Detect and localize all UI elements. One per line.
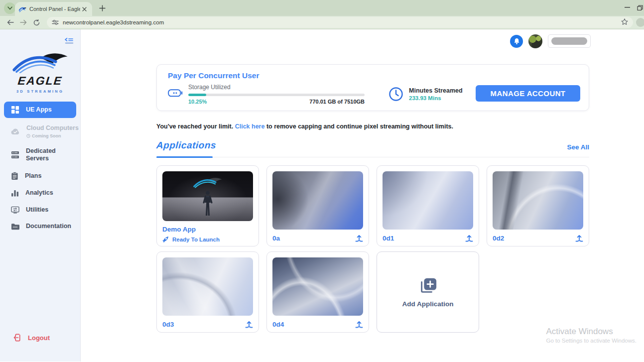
folder-icon bbox=[11, 223, 19, 230]
window-restore-button[interactable] bbox=[637, 0, 644, 15]
upload-button[interactable] bbox=[245, 321, 253, 328]
app-card-0a[interactable]: 0a bbox=[266, 165, 369, 246]
upload-button[interactable] bbox=[575, 235, 583, 242]
eagle-logo-graphic bbox=[11, 50, 69, 73]
clock-small-icon bbox=[26, 134, 30, 138]
minimize-icon bbox=[625, 7, 630, 8]
logout-icon bbox=[13, 334, 22, 342]
app-status[interactable]: Ready To Launch bbox=[162, 236, 253, 242]
bookmark-star-icon[interactable] bbox=[621, 18, 628, 27]
add-application-icon bbox=[417, 276, 438, 295]
browser-toolbar: newcontrolpanel.eagle3dstreaming.com bbox=[0, 16, 644, 29]
minutes-streamed-block: Minutes Streamed 233.93 Mins bbox=[388, 87, 463, 102]
upload-button[interactable] bbox=[355, 235, 363, 242]
cloud-icon bbox=[11, 128, 20, 135]
app-body: EAGLE 3D STREAMING UE Apps bbox=[0, 29, 644, 362]
servers-icon bbox=[11, 151, 19, 159]
app-thumbnail-demo bbox=[162, 171, 253, 221]
manage-account-button[interactable]: MANAGE ACCOUNT bbox=[476, 85, 580, 102]
limit-notice-suffix: to remove capping and continue pixel str… bbox=[266, 123, 453, 130]
limit-notice-prefix: You've reached your limit. bbox=[156, 123, 233, 130]
sidebar-item-dedicated-servers[interactable]: Dedicated Servers bbox=[0, 143, 80, 167]
storage-label: Storage Utilized bbox=[188, 84, 365, 91]
new-tab-button[interactable] bbox=[98, 4, 107, 12]
character-figure bbox=[202, 191, 214, 218]
app-thumbnail bbox=[272, 171, 363, 230]
upload-button[interactable] bbox=[355, 321, 363, 328]
user-avatar[interactable] bbox=[528, 34, 542, 48]
back-icon bbox=[7, 19, 14, 25]
app-name: 0d1 bbox=[383, 235, 394, 242]
sidebar-item-ue-apps[interactable]: UE Apps bbox=[4, 102, 76, 118]
storage-percent: 10.25% bbox=[188, 99, 207, 105]
app-card-0d1[interactable]: 0d1 bbox=[377, 165, 479, 246]
app-card-0d3[interactable]: 0d3 bbox=[156, 251, 259, 333]
sidebar-item-analytics[interactable]: Analytics bbox=[0, 185, 80, 202]
sidebar: EAGLE 3D STREAMING UE Apps bbox=[0, 29, 81, 362]
content: Pay Per Concurrent User Storage Utilized bbox=[156, 64, 589, 333]
applications-grid: Demo App Ready To Launch bbox=[156, 165, 589, 333]
browser-tab[interactable]: Control Panel - Eagle bbox=[15, 2, 92, 16]
sidebar-item-documentation[interactable]: Documentation bbox=[0, 218, 80, 235]
profile-icon[interactable] bbox=[636, 18, 644, 27]
add-application-card[interactable]: Add Application bbox=[377, 251, 479, 333]
add-application-label: Add Application bbox=[402, 300, 454, 308]
storage-progress-fill bbox=[188, 94, 206, 96]
billing-title: Pay Per Concurrent User bbox=[168, 71, 365, 80]
app-card-0d4[interactable]: 0d4 bbox=[266, 251, 369, 333]
apps-grid-icon bbox=[11, 106, 19, 114]
notifications-button[interactable] bbox=[510, 35, 523, 48]
window-minimize-button[interactable] bbox=[617, 0, 637, 15]
brand-tagline: 3D STREAMING bbox=[0, 89, 80, 94]
reload-icon bbox=[33, 19, 40, 26]
see-all-link[interactable]: See All bbox=[567, 143, 589, 151]
tab-search-button[interactable] bbox=[4, 2, 15, 14]
app-card-demo[interactable]: Demo App Ready To Launch bbox=[156, 165, 259, 246]
app-thumbnail bbox=[493, 171, 583, 230]
collapse-sidebar-icon bbox=[64, 37, 74, 45]
sidebar-item-plans[interactable]: Plans bbox=[0, 167, 80, 185]
sidebar-item-cloud-computers: Cloud Computers Coming Soon bbox=[0, 120, 80, 143]
utilities-monitor-icon bbox=[11, 206, 19, 214]
sidebar-menu: UE Apps Cloud Computers Coming Soon bbox=[0, 102, 80, 235]
sidebar-item-utilities[interactable]: Utilities bbox=[0, 202, 80, 219]
bell-icon bbox=[514, 38, 520, 45]
app-thumbnail bbox=[383, 171, 473, 230]
user-name-box[interactable] bbox=[548, 34, 591, 48]
reload-button[interactable] bbox=[30, 17, 43, 28]
rocket-icon bbox=[162, 236, 169, 242]
upload-icon bbox=[575, 235, 583, 242]
eagle-favicon bbox=[19, 6, 26, 12]
user-name-placeholder bbox=[551, 37, 587, 45]
url-bar[interactable]: newcontrolpanel.eagle3dstreaming.com bbox=[47, 17, 633, 28]
app-name: 0d4 bbox=[272, 321, 284, 328]
limit-notice-link[interactable]: Click here bbox=[235, 123, 265, 130]
chevron-down-icon bbox=[7, 6, 12, 10]
app-card-0d2[interactable]: 0d2 bbox=[487, 165, 589, 246]
app-name: 0a bbox=[272, 235, 280, 242]
upload-button[interactable] bbox=[465, 235, 473, 242]
upload-icon bbox=[245, 321, 253, 328]
sidebar-collapse-button[interactable] bbox=[64, 37, 74, 47]
limit-notice: You've reached your limit. Click here to… bbox=[156, 123, 589, 130]
upload-icon bbox=[355, 235, 363, 242]
window-controls bbox=[617, 0, 644, 15]
forward-button[interactable] bbox=[17, 17, 30, 28]
upload-icon bbox=[355, 321, 363, 328]
logout-button[interactable]: Logout bbox=[13, 334, 50, 342]
brand-name: EAGLE bbox=[0, 74, 81, 88]
browser-tab-strip: Control Panel - Eagle bbox=[0, 0, 644, 16]
applications-heading: Applications bbox=[156, 140, 217, 151]
tab-close-icon[interactable] bbox=[80, 5, 88, 13]
back-button[interactable] bbox=[4, 17, 17, 28]
billing-card: Pay Per Concurrent User Storage Utilized bbox=[156, 64, 589, 111]
applications-heading-underline bbox=[156, 156, 213, 158]
upload-icon bbox=[465, 235, 473, 242]
eagle-logo-thumb-icon bbox=[192, 176, 224, 188]
coming-soon-badge: Coming Soon bbox=[26, 133, 79, 138]
forward-icon bbox=[20, 19, 27, 25]
storage-detail: 770.01 GB of 7510GB bbox=[309, 99, 365, 105]
clipboard-icon bbox=[11, 172, 18, 180]
app-thumbnail bbox=[272, 257, 363, 316]
url-text: newcontrolpanel.eagle3dstreaming.com bbox=[63, 19, 164, 25]
